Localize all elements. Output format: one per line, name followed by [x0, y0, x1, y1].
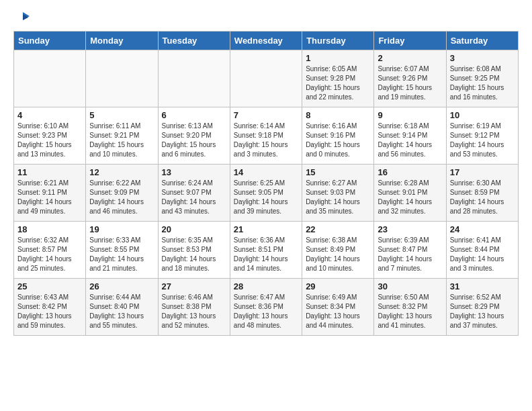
- calendar-day-header: Tuesday: [158, 32, 230, 50]
- day-info: Sunrise: 6:36 AM Sunset: 8:51 PM Dayligh…: [234, 236, 298, 273]
- day-info: Sunrise: 6:22 AM Sunset: 9:09 PM Dayligh…: [89, 179, 154, 216]
- calendar-cell: 17Sunrise: 6:30 AM Sunset: 8:59 PM Dayli…: [446, 165, 518, 222]
- calendar-cell: [86, 50, 158, 107]
- day-number: 2: [378, 53, 442, 63]
- day-info: Sunrise: 6:05 AM Sunset: 9:28 PM Dayligh…: [306, 64, 370, 102]
- calendar-cell: 1Sunrise: 6:05 AM Sunset: 9:28 PM Daylig…: [302, 50, 374, 107]
- calendar-day-header: Sunday: [14, 32, 86, 50]
- calendar-cell: 9Sunrise: 6:18 AM Sunset: 9:14 PM Daylig…: [374, 107, 446, 165]
- day-info: Sunrise: 6:24 AM Sunset: 9:07 PM Dayligh…: [162, 179, 226, 216]
- day-info: Sunrise: 6:10 AM Sunset: 9:23 PM Dayligh…: [17, 122, 82, 159]
- day-number: 9: [378, 110, 442, 120]
- calendar-day-header: Friday: [374, 32, 446, 50]
- calendar-cell: 27Sunrise: 6:46 AM Sunset: 8:38 PM Dayli…: [158, 279, 230, 336]
- calendar-cell: 22Sunrise: 6:38 AM Sunset: 8:49 PM Dayli…: [302, 222, 374, 279]
- day-info: Sunrise: 6:41 AM Sunset: 8:44 PM Dayligh…: [450, 236, 515, 273]
- calendar-day-header: Saturday: [446, 32, 518, 50]
- calendar-cell: 29Sunrise: 6:49 AM Sunset: 8:34 PM Dayli…: [302, 279, 374, 336]
- day-number: 25: [17, 281, 82, 291]
- day-info: Sunrise: 6:11 AM Sunset: 9:21 PM Dayligh…: [89, 122, 154, 159]
- calendar-cell: 16Sunrise: 6:28 AM Sunset: 9:01 PM Dayli…: [374, 165, 446, 222]
- calendar-cell: 12Sunrise: 6:22 AM Sunset: 9:09 PM Dayli…: [86, 165, 158, 222]
- day-info: Sunrise: 6:35 AM Sunset: 8:53 PM Dayligh…: [162, 236, 226, 273]
- day-number: 21: [234, 224, 298, 234]
- day-info: Sunrise: 6:08 AM Sunset: 9:25 PM Dayligh…: [450, 64, 515, 102]
- calendar-day-header: Wednesday: [230, 32, 302, 50]
- calendar-cell: 26Sunrise: 6:44 AM Sunset: 8:40 PM Dayli…: [86, 279, 158, 336]
- day-info: Sunrise: 6:50 AM Sunset: 8:32 PM Dayligh…: [378, 293, 442, 330]
- day-number: 15: [306, 167, 370, 177]
- day-number: 27: [162, 281, 226, 291]
- day-number: 30: [378, 281, 442, 291]
- day-info: Sunrise: 6:30 AM Sunset: 8:59 PM Dayligh…: [450, 179, 515, 216]
- day-number: 1: [306, 53, 370, 63]
- calendar-week-row: 4Sunrise: 6:10 AM Sunset: 9:23 PM Daylig…: [14, 107, 519, 165]
- calendar-week-row: 18Sunrise: 6:32 AM Sunset: 8:57 PM Dayli…: [14, 222, 519, 279]
- day-number: 19: [89, 224, 154, 234]
- calendar-cell: 28Sunrise: 6:47 AM Sunset: 8:36 PM Dayli…: [230, 279, 302, 336]
- day-number: 31: [450, 281, 515, 291]
- calendar-cell: [14, 50, 86, 107]
- calendar-cell: 3Sunrise: 6:08 AM Sunset: 9:25 PM Daylig…: [446, 50, 518, 107]
- day-number: 7: [234, 110, 298, 120]
- calendar-cell: 8Sunrise: 6:16 AM Sunset: 9:16 PM Daylig…: [302, 107, 374, 165]
- day-number: 14: [234, 167, 298, 177]
- calendar-cell: 21Sunrise: 6:36 AM Sunset: 8:51 PM Dayli…: [230, 222, 302, 279]
- day-info: Sunrise: 6:07 AM Sunset: 9:26 PM Dayligh…: [378, 64, 442, 102]
- day-info: Sunrise: 6:28 AM Sunset: 9:01 PM Dayligh…: [378, 179, 442, 216]
- calendar-header-row: SundayMondayTuesdayWednesdayThursdayFrid…: [14, 32, 519, 50]
- calendar-cell: 25Sunrise: 6:43 AM Sunset: 8:42 PM Dayli…: [14, 279, 86, 336]
- day-number: 11: [17, 167, 82, 177]
- calendar-table: SundayMondayTuesdayWednesdayThursdayFrid…: [13, 31, 519, 336]
- day-number: 6: [162, 110, 226, 120]
- calendar-cell: 15Sunrise: 6:27 AM Sunset: 9:03 PM Dayli…: [302, 165, 374, 222]
- calendar-cell: 6Sunrise: 6:13 AM Sunset: 9:20 PM Daylig…: [158, 107, 230, 165]
- day-number: 26: [89, 281, 154, 291]
- day-info: Sunrise: 6:33 AM Sunset: 8:55 PM Dayligh…: [89, 236, 154, 273]
- day-info: Sunrise: 6:25 AM Sunset: 9:05 PM Dayligh…: [234, 179, 298, 216]
- day-number: 20: [162, 224, 226, 234]
- calendar-cell: 20Sunrise: 6:35 AM Sunset: 8:53 PM Dayli…: [158, 222, 230, 279]
- day-number: 24: [450, 224, 515, 234]
- calendar-week-row: 25Sunrise: 6:43 AM Sunset: 8:42 PM Dayli…: [14, 279, 519, 336]
- calendar-day-header: Thursday: [302, 32, 374, 50]
- calendar-cell: 13Sunrise: 6:24 AM Sunset: 9:07 PM Dayli…: [158, 165, 230, 222]
- day-number: 13: [162, 167, 226, 177]
- day-info: Sunrise: 6:19 AM Sunset: 9:12 PM Dayligh…: [450, 122, 515, 159]
- day-info: Sunrise: 6:47 AM Sunset: 8:36 PM Dayligh…: [234, 293, 298, 330]
- calendar-cell: 19Sunrise: 6:33 AM Sunset: 8:55 PM Dayli…: [86, 222, 158, 279]
- day-number: 22: [306, 224, 370, 234]
- calendar-cell: 5Sunrise: 6:11 AM Sunset: 9:21 PM Daylig…: [86, 107, 158, 165]
- calendar-cell: 7Sunrise: 6:14 AM Sunset: 9:18 PM Daylig…: [230, 107, 302, 165]
- day-number: 17: [450, 167, 515, 177]
- page: SundayMondayTuesdayWednesdayThursdayFrid…: [0, 0, 532, 347]
- logo-flag-icon: [15, 11, 31, 27]
- logo: [13, 11, 31, 24]
- day-number: 12: [89, 167, 154, 177]
- calendar-cell: 31Sunrise: 6:52 AM Sunset: 8:29 PM Dayli…: [446, 279, 518, 336]
- day-info: Sunrise: 6:44 AM Sunset: 8:40 PM Dayligh…: [89, 293, 154, 330]
- day-info: Sunrise: 6:38 AM Sunset: 8:49 PM Dayligh…: [306, 236, 370, 273]
- calendar-cell: 10Sunrise: 6:19 AM Sunset: 9:12 PM Dayli…: [446, 107, 518, 165]
- day-info: Sunrise: 6:16 AM Sunset: 9:16 PM Dayligh…: [306, 122, 370, 159]
- calendar-cell: 18Sunrise: 6:32 AM Sunset: 8:57 PM Dayli…: [14, 222, 86, 279]
- day-number: 8: [306, 110, 370, 120]
- day-info: Sunrise: 6:27 AM Sunset: 9:03 PM Dayligh…: [306, 179, 370, 216]
- day-info: Sunrise: 6:43 AM Sunset: 8:42 PM Dayligh…: [17, 293, 82, 330]
- logo-text: [13, 11, 31, 27]
- calendar-week-row: 1Sunrise: 6:05 AM Sunset: 9:28 PM Daylig…: [14, 50, 519, 107]
- calendar-cell: 4Sunrise: 6:10 AM Sunset: 9:23 PM Daylig…: [14, 107, 86, 165]
- day-number: 29: [306, 281, 370, 291]
- day-number: 3: [450, 53, 515, 63]
- day-number: 4: [17, 110, 82, 120]
- calendar-cell: 24Sunrise: 6:41 AM Sunset: 8:44 PM Dayli…: [446, 222, 518, 279]
- calendar-cell: 30Sunrise: 6:50 AM Sunset: 8:32 PM Dayli…: [374, 279, 446, 336]
- day-number: 10: [450, 110, 515, 120]
- calendar-week-row: 11Sunrise: 6:21 AM Sunset: 9:11 PM Dayli…: [14, 165, 519, 222]
- day-number: 28: [234, 281, 298, 291]
- day-info: Sunrise: 6:52 AM Sunset: 8:29 PM Dayligh…: [450, 293, 515, 330]
- day-info: Sunrise: 6:32 AM Sunset: 8:57 PM Dayligh…: [17, 236, 82, 273]
- day-info: Sunrise: 6:13 AM Sunset: 9:20 PM Dayligh…: [162, 122, 226, 159]
- day-number: 23: [378, 224, 442, 234]
- calendar-cell: [158, 50, 230, 107]
